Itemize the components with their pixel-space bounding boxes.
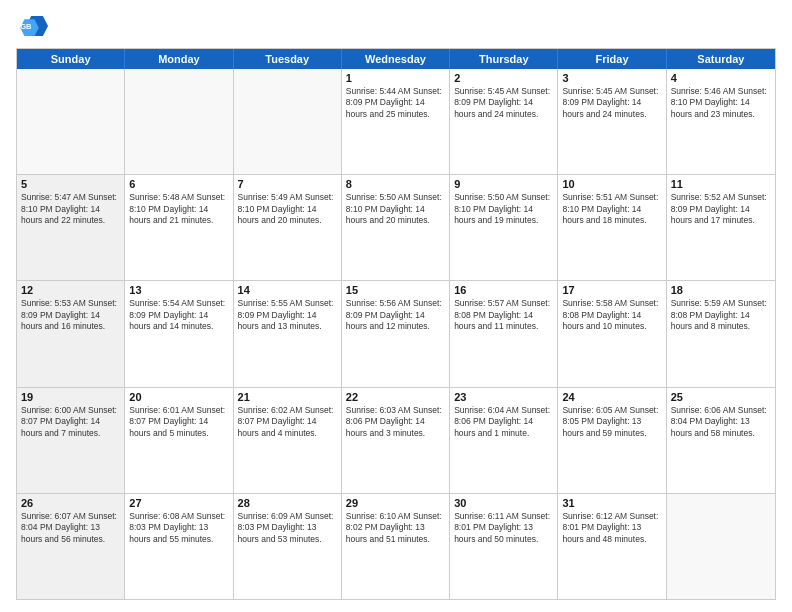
day-info: Sunrise: 5:45 AM Sunset: 8:09 PM Dayligh… [562, 86, 661, 120]
day-number: 31 [562, 497, 661, 509]
calendar-row-1: 5Sunrise: 5:47 AM Sunset: 8:10 PM Daylig… [17, 175, 775, 281]
calendar-cell-empty-0-1 [125, 69, 233, 174]
day-info: Sunrise: 6:08 AM Sunset: 8:03 PM Dayligh… [129, 511, 228, 545]
calendar-cell-empty-0-0 [17, 69, 125, 174]
calendar-cell-12: 12Sunrise: 5:53 AM Sunset: 8:09 PM Dayli… [17, 281, 125, 386]
day-number: 3 [562, 72, 661, 84]
calendar-cell-empty-4-6 [667, 494, 775, 599]
day-info: Sunrise: 5:47 AM Sunset: 8:10 PM Dayligh… [21, 192, 120, 226]
calendar-cell-31: 31Sunrise: 6:12 AM Sunset: 8:01 PM Dayli… [558, 494, 666, 599]
day-number: 24 [562, 391, 661, 403]
day-number: 6 [129, 178, 228, 190]
day-number: 2 [454, 72, 553, 84]
calendar-cell-10: 10Sunrise: 5:51 AM Sunset: 8:10 PM Dayli… [558, 175, 666, 280]
calendar-cell-3: 3Sunrise: 5:45 AM Sunset: 8:09 PM Daylig… [558, 69, 666, 174]
day-number: 13 [129, 284, 228, 296]
calendar-cell-28: 28Sunrise: 6:09 AM Sunset: 8:03 PM Dayli… [234, 494, 342, 599]
header-day-saturday: Saturday [667, 49, 775, 69]
day-info: Sunrise: 5:48 AM Sunset: 8:10 PM Dayligh… [129, 192, 228, 226]
logo-icon: GB [16, 12, 48, 40]
day-number: 22 [346, 391, 445, 403]
calendar-cell-27: 27Sunrise: 6:08 AM Sunset: 8:03 PM Dayli… [125, 494, 233, 599]
day-info: Sunrise: 6:07 AM Sunset: 8:04 PM Dayligh… [21, 511, 120, 545]
day-number: 21 [238, 391, 337, 403]
day-info: Sunrise: 5:51 AM Sunset: 8:10 PM Dayligh… [562, 192, 661, 226]
svg-text:GB: GB [20, 22, 32, 31]
calendar-cell-20: 20Sunrise: 6:01 AM Sunset: 8:07 PM Dayli… [125, 388, 233, 493]
calendar-cell-14: 14Sunrise: 5:55 AM Sunset: 8:09 PM Dayli… [234, 281, 342, 386]
day-info: Sunrise: 5:50 AM Sunset: 8:10 PM Dayligh… [346, 192, 445, 226]
day-number: 14 [238, 284, 337, 296]
calendar-cell-26: 26Sunrise: 6:07 AM Sunset: 8:04 PM Dayli… [17, 494, 125, 599]
day-info: Sunrise: 5:49 AM Sunset: 8:10 PM Dayligh… [238, 192, 337, 226]
day-info: Sunrise: 6:10 AM Sunset: 8:02 PM Dayligh… [346, 511, 445, 545]
day-number: 7 [238, 178, 337, 190]
calendar-cell-7: 7Sunrise: 5:49 AM Sunset: 8:10 PM Daylig… [234, 175, 342, 280]
calendar-cell-23: 23Sunrise: 6:04 AM Sunset: 8:06 PM Dayli… [450, 388, 558, 493]
header-day-wednesday: Wednesday [342, 49, 450, 69]
day-number: 4 [671, 72, 771, 84]
day-number: 27 [129, 497, 228, 509]
day-number: 8 [346, 178, 445, 190]
calendar-cell-17: 17Sunrise: 5:58 AM Sunset: 8:08 PM Dayli… [558, 281, 666, 386]
day-info: Sunrise: 5:50 AM Sunset: 8:10 PM Dayligh… [454, 192, 553, 226]
day-info: Sunrise: 5:54 AM Sunset: 8:09 PM Dayligh… [129, 298, 228, 332]
header-day-sunday: Sunday [17, 49, 125, 69]
day-number: 11 [671, 178, 771, 190]
day-info: Sunrise: 5:53 AM Sunset: 8:09 PM Dayligh… [21, 298, 120, 332]
calendar: SundayMondayTuesdayWednesdayThursdayFrid… [16, 48, 776, 600]
header-day-monday: Monday [125, 49, 233, 69]
calendar-cell-18: 18Sunrise: 5:59 AM Sunset: 8:08 PM Dayli… [667, 281, 775, 386]
calendar-header: SundayMondayTuesdayWednesdayThursdayFrid… [17, 49, 775, 69]
calendar-cell-24: 24Sunrise: 6:05 AM Sunset: 8:05 PM Dayli… [558, 388, 666, 493]
page: GB SundayMondayTuesdayWednesdayThursdayF… [0, 0, 792, 612]
day-info: Sunrise: 6:09 AM Sunset: 8:03 PM Dayligh… [238, 511, 337, 545]
day-number: 29 [346, 497, 445, 509]
calendar-cell-8: 8Sunrise: 5:50 AM Sunset: 8:10 PM Daylig… [342, 175, 450, 280]
day-number: 25 [671, 391, 771, 403]
calendar-cell-5: 5Sunrise: 5:47 AM Sunset: 8:10 PM Daylig… [17, 175, 125, 280]
calendar-cell-25: 25Sunrise: 6:06 AM Sunset: 8:04 PM Dayli… [667, 388, 775, 493]
day-number: 30 [454, 497, 553, 509]
calendar-cell-21: 21Sunrise: 6:02 AM Sunset: 8:07 PM Dayli… [234, 388, 342, 493]
day-number: 5 [21, 178, 120, 190]
day-number: 15 [346, 284, 445, 296]
day-info: Sunrise: 5:59 AM Sunset: 8:08 PM Dayligh… [671, 298, 771, 332]
calendar-cell-2: 2Sunrise: 5:45 AM Sunset: 8:09 PM Daylig… [450, 69, 558, 174]
day-number: 12 [21, 284, 120, 296]
day-info: Sunrise: 5:46 AM Sunset: 8:10 PM Dayligh… [671, 86, 771, 120]
calendar-cell-1: 1Sunrise: 5:44 AM Sunset: 8:09 PM Daylig… [342, 69, 450, 174]
day-number: 18 [671, 284, 771, 296]
calendar-cell-13: 13Sunrise: 5:54 AM Sunset: 8:09 PM Dayli… [125, 281, 233, 386]
day-info: Sunrise: 5:45 AM Sunset: 8:09 PM Dayligh… [454, 86, 553, 120]
day-info: Sunrise: 5:55 AM Sunset: 8:09 PM Dayligh… [238, 298, 337, 332]
calendar-cell-19: 19Sunrise: 6:00 AM Sunset: 8:07 PM Dayli… [17, 388, 125, 493]
day-number: 10 [562, 178, 661, 190]
calendar-row-2: 12Sunrise: 5:53 AM Sunset: 8:09 PM Dayli… [17, 281, 775, 387]
day-info: Sunrise: 5:58 AM Sunset: 8:08 PM Dayligh… [562, 298, 661, 332]
day-number: 16 [454, 284, 553, 296]
header-day-thursday: Thursday [450, 49, 558, 69]
calendar-body: 1Sunrise: 5:44 AM Sunset: 8:09 PM Daylig… [17, 69, 775, 599]
calendar-cell-30: 30Sunrise: 6:11 AM Sunset: 8:01 PM Dayli… [450, 494, 558, 599]
calendar-cell-16: 16Sunrise: 5:57 AM Sunset: 8:08 PM Dayli… [450, 281, 558, 386]
day-number: 26 [21, 497, 120, 509]
day-number: 28 [238, 497, 337, 509]
day-number: 17 [562, 284, 661, 296]
day-info: Sunrise: 6:11 AM Sunset: 8:01 PM Dayligh… [454, 511, 553, 545]
day-info: Sunrise: 6:05 AM Sunset: 8:05 PM Dayligh… [562, 405, 661, 439]
day-info: Sunrise: 6:03 AM Sunset: 8:06 PM Dayligh… [346, 405, 445, 439]
day-info: Sunrise: 6:00 AM Sunset: 8:07 PM Dayligh… [21, 405, 120, 439]
day-info: Sunrise: 5:57 AM Sunset: 8:08 PM Dayligh… [454, 298, 553, 332]
day-info: Sunrise: 6:01 AM Sunset: 8:07 PM Dayligh… [129, 405, 228, 439]
calendar-row-3: 19Sunrise: 6:00 AM Sunset: 8:07 PM Dayli… [17, 388, 775, 494]
logo: GB [16, 12, 52, 40]
day-info: Sunrise: 5:44 AM Sunset: 8:09 PM Dayligh… [346, 86, 445, 120]
calendar-cell-22: 22Sunrise: 6:03 AM Sunset: 8:06 PM Dayli… [342, 388, 450, 493]
header-day-friday: Friday [558, 49, 666, 69]
header: GB [16, 12, 776, 40]
calendar-row-4: 26Sunrise: 6:07 AM Sunset: 8:04 PM Dayli… [17, 494, 775, 599]
day-number: 20 [129, 391, 228, 403]
day-number: 9 [454, 178, 553, 190]
calendar-cell-29: 29Sunrise: 6:10 AM Sunset: 8:02 PM Dayli… [342, 494, 450, 599]
